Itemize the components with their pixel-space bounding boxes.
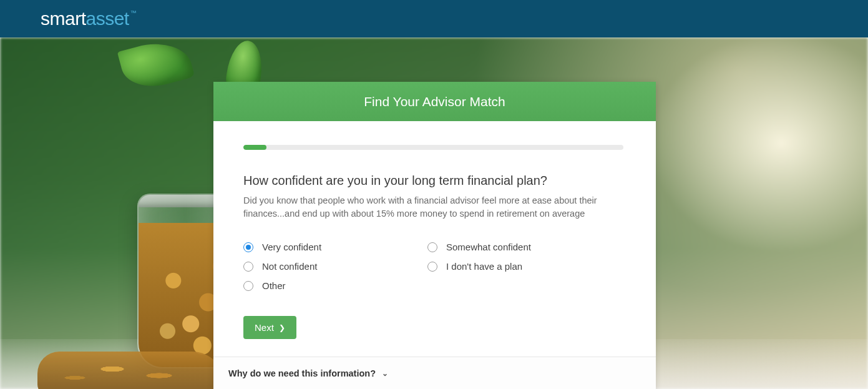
- card-body: How confident are you in your long term …: [213, 121, 656, 357]
- option-not-confident[interactable]: Not confident: [243, 261, 427, 272]
- radio-icon: [427, 242, 437, 252]
- option-label: I don't have a plan: [446, 261, 522, 272]
- progress-bar: [243, 145, 623, 150]
- radio-icon: [427, 262, 437, 272]
- chevron-right-icon: ❯: [279, 323, 285, 332]
- brand-part2: asset: [86, 8, 129, 29]
- why-label: Why do we need this information?: [228, 368, 376, 378]
- card-title: Find Your Advisor Match: [213, 82, 656, 121]
- question-subtext: Did you know that people who work with a…: [243, 194, 605, 220]
- card-footer: Why do we need this information? ⌄: [213, 357, 656, 389]
- option-no-plan[interactable]: I don't have a plan: [427, 261, 612, 272]
- option-other[interactable]: Other: [243, 280, 427, 291]
- coin-spill-decor: [37, 352, 225, 389]
- top-nav: smartasset™: [0, 0, 868, 37]
- radio-icon: [243, 262, 253, 272]
- next-label: Next: [255, 322, 274, 333]
- chevron-down-icon: ⌄: [382, 369, 388, 378]
- brand-tm: ™: [130, 9, 137, 16]
- next-button[interactable]: Next ❯: [243, 316, 296, 339]
- radio-icon: [243, 242, 253, 252]
- option-somewhat-confident[interactable]: Somewhat confident: [427, 242, 612, 252]
- options-grid: Very confident Somewhat confident Not co…: [243, 242, 626, 291]
- option-very-confident[interactable]: Very confident: [243, 242, 427, 252]
- radio-icon: [243, 281, 253, 291]
- brand-part1: smart: [41, 8, 86, 29]
- option-label: Somewhat confident: [446, 242, 531, 252]
- option-label: Other: [262, 280, 286, 291]
- quiz-card: Find Your Advisor Match How confident ar…: [213, 82, 656, 389]
- progress-fill: [243, 145, 266, 150]
- question-text: How confident are you in your long term …: [243, 174, 626, 188]
- why-info-toggle[interactable]: Why do we need this information? ⌄: [228, 368, 641, 378]
- option-label: Not confident: [262, 261, 317, 272]
- option-label: Very confident: [262, 242, 321, 252]
- brand-logo[interactable]: smartasset™: [41, 8, 135, 29]
